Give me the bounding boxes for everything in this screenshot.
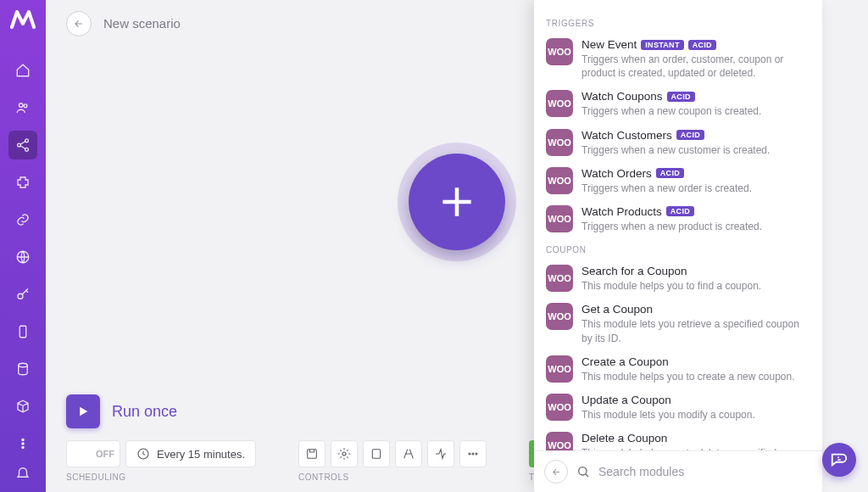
svg-point-10	[22, 443, 24, 444]
module-desc: This module lets you modify a coupon.	[581, 408, 810, 422]
module-title: Delete a Coupon	[581, 432, 810, 444]
tag-acid: ACID	[666, 206, 694, 216]
module-item[interactable]: WOODelete a CouponThis module helps you …	[544, 427, 812, 450]
svg-point-14	[342, 452, 346, 456]
svg-point-8	[19, 363, 28, 367]
nav-key[interactable]	[8, 280, 37, 309]
module-title: New EventINSTANTACID	[581, 38, 810, 51]
module-desc: This module helps you to create a new co…	[581, 370, 810, 383]
woo-icon: WOO	[546, 205, 573, 232]
control-more[interactable]	[459, 440, 487, 467]
svg-point-9	[22, 439, 24, 440]
svg-point-16	[469, 453, 470, 455]
control-explain[interactable]	[427, 440, 454, 467]
module-item[interactable]: WOOGet a CouponThis module lets you retr…	[544, 298, 812, 349]
nav-phone[interactable]	[8, 317, 37, 346]
nav-share[interactable]	[8, 131, 37, 159]
nav-more[interactable]	[8, 429, 37, 458]
module-title: Watch ProductsACID	[581, 205, 810, 218]
module-list[interactable]: TRIGGERSWOONew EventINSTANTACIDTriggers …	[534, 0, 822, 450]
module-item[interactable]: WOOWatch CouponsACIDTriggers when a new …	[544, 85, 812, 123]
module-desc: Triggers when a new customer is created.	[581, 143, 810, 157]
nav-home[interactable]	[8, 56, 37, 85]
svg-point-6	[18, 294, 23, 299]
module-title: Watch OrdersACID	[581, 167, 810, 180]
scheduling-toggle[interactable]: OFF	[66, 440, 120, 467]
tag-acid: ACID	[656, 168, 684, 178]
tag-instant: INSTANT	[641, 40, 683, 50]
section-header: COUPON	[546, 245, 812, 254]
nav-bell[interactable]	[8, 458, 37, 487]
woo-icon: WOO	[546, 90, 573, 117]
module-title: Create a Coupon	[581, 355, 810, 368]
module-panel: TRIGGERSWOONew EventINSTANTACIDTriggers …	[534, 0, 822, 492]
module-title: Update a Coupon	[581, 394, 810, 406]
svg-rect-7	[19, 326, 26, 338]
nav-link[interactable]	[8, 205, 37, 234]
left-sidebar: ?	[0, 0, 46, 492]
module-title: Watch CouponsACID	[581, 90, 810, 103]
woo-icon: WOO	[546, 129, 573, 156]
svg-point-0	[19, 103, 24, 108]
module-item[interactable]: WOOUpdate a CouponThis module lets you m…	[544, 389, 812, 427]
module-desc: Triggers when an order, customer, coupon…	[581, 53, 810, 80]
tag-acid: ACID	[676, 130, 704, 140]
control-settings[interactable]	[331, 440, 358, 467]
module-item[interactable]: WOONew EventINSTANTACIDTriggers when an …	[544, 33, 812, 85]
woo-icon: WOO	[546, 355, 573, 383]
tag-acid: ACID	[667, 92, 695, 102]
module-desc: This module helps you to find a coupon.	[581, 279, 810, 293]
woo-icon: WOO	[546, 167, 573, 194]
control-save[interactable]	[298, 440, 326, 467]
module-desc: Triggers when a new product is created.	[581, 220, 810, 233]
add-module-button[interactable]	[409, 154, 505, 250]
module-item[interactable]: WOOCreate a CouponThis module helps you …	[544, 350, 812, 389]
woo-icon: WOO	[546, 38, 573, 65]
add-module-wrap	[398, 143, 516, 261]
panel-back-button[interactable]	[544, 460, 568, 484]
svg-point-11	[22, 446, 24, 448]
module-desc: This module lets you retrieve a specifie…	[581, 317, 810, 344]
module-title: Get a Coupon	[581, 303, 810, 316]
run-once-label: Run once	[112, 403, 177, 421]
help-fab[interactable]	[822, 443, 856, 477]
section-header: TRIGGERS	[546, 19, 812, 28]
controls-label: CONTROLS	[298, 472, 487, 482]
nav-icons	[8, 56, 37, 458]
woo-icon: WOO	[546, 432, 573, 450]
svg-point-1	[24, 104, 27, 108]
module-item[interactable]: WOOWatch CustomersACIDTriggers when a ne…	[544, 124, 812, 162]
woo-icon: WOO	[546, 303, 573, 330]
module-search-input[interactable]	[598, 465, 812, 478]
schedule-text: Every 15 minutes.	[157, 448, 245, 461]
app-logo	[10, 8, 36, 31]
tag-acid: ACID	[688, 40, 716, 50]
panel-search-bar	[534, 450, 822, 492]
woo-icon: WOO	[546, 394, 573, 421]
nav-globe[interactable]	[8, 243, 37, 271]
search-icon	[576, 465, 590, 478]
plus-halo	[398, 143, 516, 261]
sidebar-bottom: ?	[8, 458, 37, 492]
module-desc: Triggers when a new coupon is created.	[581, 104, 810, 118]
module-item[interactable]: WOOWatch OrdersACIDTriggers when a new o…	[544, 162, 812, 200]
svg-rect-15	[372, 450, 380, 459]
module-title: Search for a Coupon	[581, 265, 810, 277]
nav-users[interactable]	[8, 93, 37, 122]
scheduling-label: SCHEDULING	[66, 472, 256, 482]
module-desc: Triggers when a new order is created.	[581, 182, 810, 195]
module-item[interactable]: WOOSearch for a CouponThis module helps …	[544, 260, 812, 298]
control-notes[interactable]	[363, 440, 390, 467]
schedule-pill[interactable]: Every 15 minutes.	[125, 440, 256, 467]
nav-puzzle[interactable]	[8, 168, 37, 197]
svg-point-17	[472, 453, 474, 455]
module-item[interactable]: WOOWatch ProductsACIDTriggers when a new…	[544, 200, 812, 238]
svg-point-20	[579, 467, 587, 475]
woo-icon: WOO	[546, 265, 573, 292]
svg-rect-13	[308, 450, 317, 459]
control-autoalign[interactable]	[395, 440, 422, 467]
nav-cube[interactable]	[8, 392, 37, 421]
module-title: Watch CustomersACID	[581, 129, 810, 142]
run-once-button[interactable]	[66, 394, 100, 428]
nav-database[interactable]	[8, 355, 37, 383]
